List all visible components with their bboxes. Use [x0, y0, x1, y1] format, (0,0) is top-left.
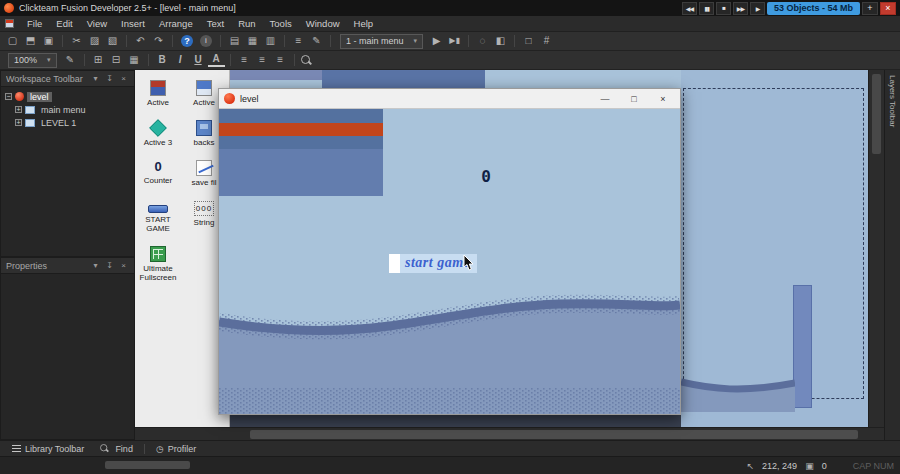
undo-icon[interactable]: ↶	[132, 34, 149, 49]
profiler-tab[interactable]: ◷ Profiler	[149, 441, 203, 457]
cut-icon[interactable]: ✂	[68, 34, 85, 49]
paste-icon[interactable]: ▧	[104, 34, 121, 49]
search-icon[interactable]	[300, 54, 313, 67]
pause-button[interactable]: ▮▮	[699, 2, 714, 15]
preview-title: level	[240, 94, 588, 104]
backdrop-object-icon	[196, 120, 212, 136]
save-icon[interactable]: ▣	[40, 34, 57, 49]
vertical-scrollbar-thumb[interactable]	[872, 74, 881, 154]
tab-separator	[144, 444, 145, 454]
grid-show-icon[interactable]: ▦	[126, 53, 143, 68]
align-center-icon[interactable]: ≡	[254, 53, 271, 68]
open-icon[interactable]: ⬒	[22, 34, 39, 49]
expand-icon[interactable]: +	[15, 106, 22, 113]
zoom-combo[interactable]: 100% ▾	[8, 53, 57, 68]
help-icon[interactable]: ?	[181, 35, 193, 47]
selection-marquee	[683, 88, 864, 399]
minimize-button[interactable]: —	[593, 91, 617, 107]
redo-icon[interactable]: ↷	[150, 34, 167, 49]
object-item-active-3[interactable]: Active 3	[135, 120, 181, 147]
play-frame-icon[interactable]: ▶	[428, 34, 445, 49]
object-item-ultimate-fullscreen[interactable]: Ultimate Fullscreen	[135, 246, 181, 282]
play-button[interactable]: ▶	[750, 2, 765, 15]
picture-editor-icon[interactable]: ✎	[308, 34, 325, 49]
tree-item-label: LEVEL 1	[38, 118, 79, 128]
menu-text[interactable]: Text	[200, 16, 231, 32]
font-color-icon[interactable]: A	[208, 54, 225, 67]
collapse-icon[interactable]: −	[5, 93, 12, 100]
search-icon	[100, 443, 110, 453]
underline-icon[interactable]: U	[190, 53, 207, 68]
vertical-scrollbar[interactable]	[868, 70, 884, 427]
panel-options-icon[interactable]: ▾	[90, 260, 101, 271]
object-item-active[interactable]: Active	[135, 80, 181, 107]
new-icon[interactable]: ▢	[4, 34, 21, 49]
align-right-icon[interactable]: ≡	[272, 53, 289, 68]
frame-selector-combo[interactable]: 1 - main menu ▾	[340, 34, 423, 49]
next-frame-icon[interactable]: ▶▮	[446, 34, 463, 49]
pen-icon[interactable]: ✎	[62, 53, 79, 68]
close-button[interactable]: ×	[651, 91, 675, 107]
italic-icon[interactable]: I	[172, 53, 189, 68]
toolbar-separator	[220, 35, 221, 47]
event-editor-icon[interactable]: ▥	[262, 34, 279, 49]
menu-arrange[interactable]: Arrange	[152, 16, 200, 32]
storyboard-editor-icon[interactable]: ▤	[226, 34, 243, 49]
menu-insert[interactable]: Insert	[114, 16, 152, 32]
event-list-editor-icon[interactable]: ≡	[290, 34, 307, 49]
pin-icon[interactable]: ↧	[104, 73, 115, 84]
align-left-icon[interactable]: ≡	[236, 53, 253, 68]
add-button[interactable]: +	[862, 2, 878, 15]
find-tab[interactable]: Find	[91, 441, 140, 457]
grid-setup-icon[interactable]: ⊞	[90, 53, 107, 68]
info-icon[interactable]: i	[200, 35, 212, 47]
counter-object-icon: 0	[154, 160, 161, 174]
menu-file[interactable]: File	[20, 16, 49, 32]
panel-options-icon[interactable]: ▾	[90, 73, 101, 84]
tree-item-level[interactable]: − level	[5, 90, 134, 103]
game-viewport[interactable]: 0 start game	[219, 109, 680, 414]
platform-lower-band	[219, 149, 383, 196]
bottom-toolbars-row: Library Toolbar Find ◷ Profiler	[0, 440, 900, 456]
stop-button[interactable]: ■	[716, 2, 731, 15]
multi-select-icon[interactable]: ◌	[474, 34, 491, 49]
tree-item-level-1[interactable]: + LEVEL 1	[5, 116, 134, 129]
anchor-icon[interactable]: #	[538, 34, 555, 49]
library-toolbar-tab[interactable]: Library Toolbar	[5, 441, 91, 457]
grid-options-icon[interactable]: □	[520, 34, 537, 49]
score-counter: 0	[475, 167, 497, 186]
object-count-icon: ▣	[805, 461, 814, 471]
menu-run[interactable]: Run	[231, 16, 262, 32]
dock-scrollbar-thumb[interactable]	[105, 461, 190, 469]
layers-toolbar[interactable]: Layers Toolbar	[884, 70, 900, 440]
child-window-icon[interactable]	[5, 19, 14, 28]
object-item-start-game[interactable]: START GAME	[135, 201, 181, 233]
expand-icon[interactable]: +	[15, 119, 22, 126]
pin-icon[interactable]: ↧	[104, 260, 115, 271]
bold-icon[interactable]: B	[154, 53, 171, 68]
copy-icon[interactable]: ▨	[86, 34, 103, 49]
tree-item-main-menu[interactable]: + main menu	[5, 103, 134, 116]
menu-tools[interactable]: Tools	[263, 16, 299, 32]
menu-view[interactable]: View	[80, 16, 114, 32]
ground-object[interactable]	[681, 368, 795, 412]
grid-snap-icon[interactable]: ⊟	[108, 53, 125, 68]
maximize-button[interactable]: □	[622, 91, 646, 107]
menu-edit[interactable]: Edit	[49, 16, 79, 32]
close-icon[interactable]: ×	[118, 260, 129, 271]
menu-window[interactable]: Window	[299, 16, 347, 32]
frame-editor-icon[interactable]: ▦	[244, 34, 261, 49]
object-item-counter[interactable]: 0 Counter	[135, 160, 181, 187]
preview-titlebar[interactable]: level — □ ×	[219, 89, 680, 109]
close-icon[interactable]: ×	[118, 73, 129, 84]
skip-button[interactable]: ▶▶	[733, 2, 748, 15]
horizontal-scrollbar[interactable]	[135, 427, 884, 440]
chevron-down-icon: ▾	[47, 56, 51, 64]
find-label: Find	[115, 444, 133, 454]
menu-help[interactable]: Help	[347, 16, 381, 32]
restart-button[interactable]: ◀◀	[682, 2, 697, 15]
platform-object[interactable]	[793, 285, 812, 408]
horizontal-scrollbar-thumb[interactable]	[250, 430, 858, 439]
color-select-icon[interactable]: ◧	[492, 34, 509, 49]
close-button[interactable]: ×	[880, 2, 896, 15]
